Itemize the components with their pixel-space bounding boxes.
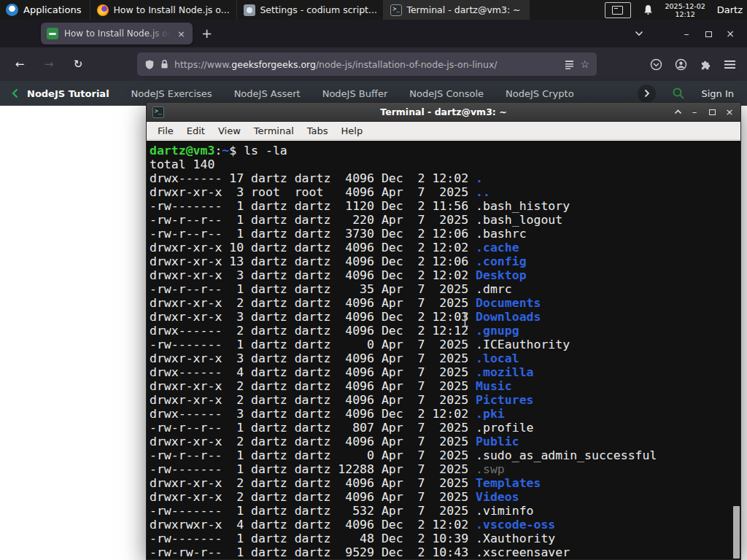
lock-icon[interactable] bbox=[160, 59, 169, 69]
browser-toolbar: ← → ↻ https://www.geeksforgeeks.org/node… bbox=[0, 47, 747, 81]
browser-tab-active[interactable]: How to Install Node.js on × bbox=[41, 23, 193, 44]
terminal-line: drwxr-xr-x 2 dartz dartz 4096 Apr 7 2025… bbox=[150, 296, 730, 310]
file-meta: drwxr-xr-x 3 root root 4096 Apr 7 2025 bbox=[150, 185, 476, 199]
terminal-minimize-button[interactable]: – bbox=[689, 106, 700, 117]
menu-item-terminal[interactable]: Terminal bbox=[247, 125, 301, 136]
terminal-window-title: Terminal - dartz@vm3: ~ bbox=[147, 106, 740, 117]
terminal-line: drwx------ 4 dartz dartz 4096 Apr 7 2025… bbox=[150, 365, 730, 379]
forward-button[interactable]: → bbox=[38, 58, 60, 71]
taskbar-button[interactable]: Settings - codium script... bbox=[236, 0, 383, 20]
terminal-maximize-button[interactable] bbox=[707, 106, 717, 117]
file-name: .dmrc bbox=[476, 282, 512, 296]
terminal-line: drwxr-xr-x 13 dartz dartz 4096 Dec 2 12:… bbox=[150, 254, 730, 268]
file-name: Videos bbox=[476, 490, 519, 504]
terminal-screen[interactable]: dartz@vm3:~$ ls -la total 140 drwx------… bbox=[147, 140, 740, 559]
terminal-close-button[interactable]: × bbox=[724, 106, 735, 117]
file-meta: drwx------ 17 dartz dartz 4096 Dec 2 12:… bbox=[150, 171, 476, 185]
sign-in-button[interactable]: Sign In bbox=[701, 88, 734, 99]
tab-close-icon[interactable]: × bbox=[176, 28, 187, 39]
mouse-cursor-ibeam bbox=[460, 312, 470, 327]
file-meta: drwxr-xr-x 3 dartz dartz 4096 Apr 7 2025 bbox=[150, 351, 476, 365]
file-name: Downloads bbox=[476, 310, 541, 324]
terminal-titlebar[interactable]: Terminal - dartz@vm3: ~ – × bbox=[147, 103, 740, 122]
list-all-tabs-icon[interactable] bbox=[635, 31, 643, 36]
url-bar[interactable]: https://www.geeksforgeeks.org/node-js/in… bbox=[137, 52, 597, 76]
terminal-line: drwxr-xr-x 2 dartz dartz 4096 Apr 7 2025… bbox=[150, 476, 730, 490]
prompt-symbol: $ bbox=[229, 144, 244, 158]
menu-item-help[interactable]: Help bbox=[335, 125, 370, 136]
file-name: .swp bbox=[476, 462, 505, 476]
browser-tab-bar: How to Install Node.js on × + – × bbox=[0, 20, 747, 47]
applications-menu-button[interactable]: Applications bbox=[0, 0, 90, 20]
file-name: .pki bbox=[476, 407, 505, 421]
terminal-line: drwxr-xr-x 2 dartz dartz 4096 Apr 7 2025… bbox=[150, 379, 730, 393]
search-icon[interactable] bbox=[672, 87, 685, 100]
menu-item-edit[interactable]: Edit bbox=[180, 125, 212, 136]
extensions-icon[interactable] bbox=[700, 58, 712, 71]
site-nav-item[interactable]: NodeJS Tutorial bbox=[27, 88, 109, 99]
tabbar-controls: – × bbox=[635, 28, 747, 39]
panel-status-area: 2025-12-02 12:12 Dartz bbox=[605, 0, 747, 20]
menu-item-file[interactable]: File bbox=[151, 125, 180, 136]
file-meta: -rw-r--r-- 1 dartz dartz 0 Apr 7 2025 bbox=[150, 448, 476, 462]
file-name: .Xauthority bbox=[476, 532, 555, 545]
site-nav-item[interactable]: NodeJS Exercises bbox=[131, 88, 212, 99]
reader-mode-icon[interactable] bbox=[565, 60, 574, 69]
notification-bell-icon[interactable] bbox=[643, 4, 654, 16]
file-name: Pictures bbox=[476, 393, 533, 407]
file-meta: drwxr-xr-x 2 dartz dartz 4096 Apr 7 2025 bbox=[150, 435, 476, 448]
menu-hamburger-icon[interactable] bbox=[724, 60, 735, 69]
terminal-listing: drwx------ 17 dartz dartz 4096 Dec 2 12:… bbox=[150, 171, 730, 559]
file-name: .gnupg bbox=[476, 324, 519, 338]
tracking-protection-shield-icon[interactable] bbox=[144, 59, 155, 70]
back-button[interactable]: ← bbox=[9, 58, 31, 71]
file-name: .xscreensaver bbox=[476, 545, 570, 559]
bookmark-star-icon[interactable]: ☆ bbox=[580, 58, 589, 70]
site-nav-item[interactable]: NodeJS Console bbox=[409, 88, 484, 99]
file-name: .bashrc bbox=[476, 227, 527, 241]
terminal-scrollbar[interactable] bbox=[733, 506, 740, 559]
desktop-panel: Applications How to Install Node.js o...… bbox=[0, 0, 747, 20]
url-text: https://www.geeksforgeeks.org/node-js/in… bbox=[174, 59, 559, 70]
file-name: .viminfo bbox=[476, 504, 533, 518]
maximize-icon bbox=[709, 109, 716, 115]
site-nav-item[interactable]: NodeJS Crypto bbox=[506, 88, 574, 99]
site-nav-item[interactable]: NodeJS Assert bbox=[234, 88, 301, 99]
file-meta: -rw------- 1 dartz dartz 1120 Dec 2 11:5… bbox=[150, 199, 476, 213]
pocket-icon[interactable] bbox=[650, 58, 662, 71]
clock[interactable]: 2025-12-02 12:12 bbox=[665, 2, 705, 18]
site-nav-item[interactable]: NodeJS Buffer bbox=[322, 88, 388, 99]
window-minimize-button[interactable]: – bbox=[676, 28, 697, 39]
terminal-line: drwxr-xr-x 2 dartz dartz 4096 Apr 7 2025… bbox=[150, 435, 730, 448]
menu-item-tabs[interactable]: Tabs bbox=[301, 125, 335, 136]
clock-time: 12:12 bbox=[675, 10, 694, 18]
file-meta: -rw-rw-r-- 1 dartz dartz 9529 Dec 2 10:4… bbox=[150, 545, 476, 559]
firefox-icon bbox=[97, 4, 109, 16]
shade-window-icon[interactable] bbox=[674, 109, 682, 114]
file-meta: -rw-r--r-- 1 dartz dartz 35 Apr 7 2025 bbox=[150, 282, 476, 296]
terminal-line: drwx------ 3 dartz dartz 4096 Dec 2 12:0… bbox=[150, 407, 730, 421]
account-icon[interactable] bbox=[675, 58, 687, 71]
file-name: Desktop bbox=[476, 268, 527, 282]
window-maximize-button[interactable] bbox=[697, 28, 719, 39]
chevron-right-icon bbox=[644, 89, 650, 98]
new-tab-button[interactable]: + bbox=[201, 27, 212, 40]
file-name: .vscode-oss bbox=[476, 518, 555, 532]
panel-user-label: Dartz bbox=[717, 4, 743, 15]
file-meta: drwxr-xr-x 13 dartz dartz 4096 Dec 2 12:… bbox=[150, 254, 476, 268]
tray-terminal-icon[interactable] bbox=[605, 2, 631, 18]
menu-item-view[interactable]: View bbox=[212, 125, 247, 136]
site-nav-back-chevron-icon[interactable] bbox=[12, 88, 18, 98]
file-name: .cache bbox=[476, 241, 519, 254]
file-name: .ICEauthority bbox=[476, 338, 570, 351]
terminal-tray-glyph-icon bbox=[612, 6, 623, 15]
toolbar-right-icons bbox=[650, 58, 738, 71]
site-nav-forward-button[interactable] bbox=[638, 85, 656, 103]
reload-button[interactable]: ↻ bbox=[67, 58, 89, 71]
taskbar-button[interactable]: Terminal - dartz@vm3: ~ bbox=[383, 0, 530, 20]
file-meta: drwxrwxr-x 4 dartz dartz 4096 Dec 2 12:0… bbox=[150, 518, 476, 532]
terminal-line: -rw-r--r-- 1 dartz dartz 807 Apr 7 2025 … bbox=[150, 421, 730, 435]
window-close-button[interactable]: × bbox=[719, 28, 741, 39]
file-meta: -rw------- 1 dartz dartz 0 Apr 7 2025 bbox=[150, 338, 476, 351]
taskbar-button[interactable]: How to Install Node.js o... bbox=[90, 0, 236, 20]
